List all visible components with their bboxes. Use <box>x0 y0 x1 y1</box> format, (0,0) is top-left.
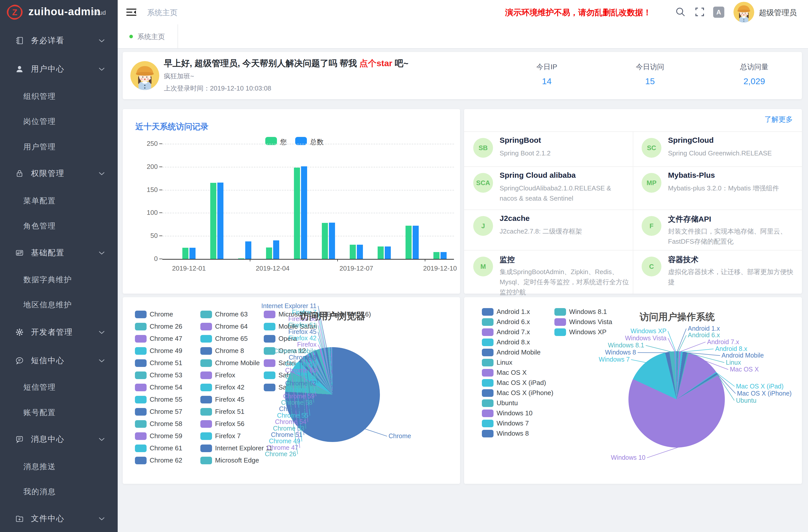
legend-item-Safari 9[interactable] <box>264 384 275 391</box>
sidebar-group-0[interactable]: 务必详看 <box>0 29 118 53</box>
legend-label: Android 8.x <box>497 338 530 346</box>
legend-item-Opera[interactable] <box>264 335 275 343</box>
legend-item-Firefox 42[interactable] <box>200 384 212 391</box>
legend-item-Chrome 59[interactable] <box>135 432 147 440</box>
language-icon[interactable]: A文 <box>713 6 724 18</box>
legend-item-Chrome 55[interactable] <box>135 396 147 403</box>
legend-item-Chrome Mobile[interactable] <box>200 359 212 367</box>
sidebar-group-18[interactable]: 文件中心 <box>0 507 118 531</box>
bar-total-2019-12-03 <box>245 241 251 259</box>
legend-item-Windows XP[interactable] <box>554 328 566 336</box>
legend-item-Chrome 63[interactable] <box>200 311 212 318</box>
sidebar-item-17[interactable]: 我的消息 <box>0 479 118 504</box>
sidebar-item-13[interactable]: 短信管理 <box>0 375 118 399</box>
legend-item-Chrome 64[interactable] <box>200 323 212 330</box>
legend-item-Firefox 51[interactable] <box>200 408 212 416</box>
current-user-name[interactable]: 超级管理员 <box>759 7 797 18</box>
fullscreen-icon[interactable] <box>694 6 705 18</box>
sidebar-item-14[interactable]: 账号配置 <box>0 400 118 425</box>
legend-item-Mac OS X (iPhone)[interactable] <box>482 389 494 397</box>
legend-item-Safari[interactable] <box>264 359 275 367</box>
sidebar-group-15[interactable]: 消息中心 <box>0 427 118 451</box>
sidebar-item-3[interactable]: 岗位管理 <box>0 109 118 134</box>
sidebar-item-7[interactable]: 角色管理 <box>0 214 118 238</box>
stat-0: 今日IP14 <box>509 52 585 99</box>
legend-item-Microsoft Edge[interactable] <box>200 457 212 464</box>
legend-item-Safari 11[interactable] <box>264 371 275 379</box>
sidebar-item-10[interactable]: 地区信息维护 <box>0 293 118 317</box>
legend-item-Chrome 47[interactable] <box>135 335 147 343</box>
legend-item-Chrome 51[interactable] <box>135 359 147 367</box>
pie-label-connector <box>647 447 679 458</box>
x-axis-label: 2019-12-04 <box>245 264 300 272</box>
legend-item-Chrome 61[interactable] <box>135 444 147 452</box>
tab-system-home[interactable]: 系统主页 <box>118 24 178 48</box>
pie-label-connector <box>631 359 646 363</box>
legend-label: Chrome 54 <box>150 383 182 391</box>
bar-total-2019-12-05 <box>301 166 307 259</box>
legend-item-Chrome 26[interactable] <box>135 323 147 330</box>
legend-item-Chrome 8[interactable] <box>200 347 212 355</box>
avatar[interactable] <box>733 2 754 22</box>
sidebar-group-5[interactable]: 权限管理 <box>0 161 118 186</box>
tech-avatar-SB: SB <box>473 138 493 158</box>
legend-item-Windows 8[interactable] <box>482 430 494 437</box>
y-axis-label: 250 <box>137 140 158 147</box>
config-icon <box>15 249 24 257</box>
legend-item-Chrome 65[interactable] <box>200 335 212 343</box>
legend-label: Android 7.x <box>497 328 530 336</box>
bar-you-2019-12-02 <box>210 183 216 259</box>
legend-item-Windows 7[interactable] <box>482 420 494 427</box>
menu-collapse-icon[interactable] <box>126 6 137 18</box>
sidebar-group-8[interactable]: 基础配置 <box>0 241 118 265</box>
legend-item-Windows Vista[interactable] <box>554 318 566 326</box>
legend-item-Mac OS X (iPad)[interactable] <box>482 379 494 387</box>
sidebar-item-label: 地区信息维护 <box>23 300 72 310</box>
legend-item-Android 1.x[interactable] <box>482 308 494 316</box>
sidebar-item-16[interactable]: 消息推送 <box>0 454 118 479</box>
legend-item-Android 8.x[interactable] <box>482 338 494 346</box>
legend-item-Chrome 54[interactable] <box>135 384 147 391</box>
pie-label-connector <box>365 428 387 436</box>
app-logo[interactable]: Z zuihou-admin cloud <box>0 0 118 24</box>
legend-item-Chrome 57[interactable] <box>135 408 147 416</box>
stat-label: 总访问量 <box>716 62 792 72</box>
legend-item-Chrome 49[interactable] <box>135 347 147 355</box>
legend-label: Microsoft Edge <box>215 456 259 464</box>
legend-item-Firefox 7[interactable] <box>200 432 212 440</box>
legend-item-Android 7.x[interactable] <box>482 328 494 336</box>
search-icon[interactable] <box>675 6 686 18</box>
sidebar-group-label: 消息中心 <box>31 434 65 444</box>
tech-avatar-M: M <box>473 257 493 276</box>
legend-item-Windows 10[interactable] <box>482 409 494 417</box>
legend-item-Chrome 62[interactable] <box>135 457 147 464</box>
sidebar-item-6[interactable]: 菜单配置 <box>0 189 118 213</box>
legend-item-Android 6.x[interactable] <box>482 318 494 326</box>
pie-slice-label: Linux <box>726 359 741 366</box>
chevron-down-icon <box>98 171 105 176</box>
legend-item-Ubuntu[interactable] <box>482 399 494 407</box>
sidebar-item-2[interactable]: 组织管理 <box>0 84 118 109</box>
legend-item-Android Mobile[interactable] <box>482 349 494 356</box>
sidebar-item-9[interactable]: 数据字典维护 <box>0 268 118 292</box>
legend-item-Mobile Safari[interactable] <box>264 323 275 330</box>
legend-item-Firefox[interactable] <box>200 371 212 379</box>
sidebar-group-1[interactable]: 用户中心 <box>0 57 118 81</box>
sidebar-item-4[interactable]: 用户管理 <box>0 135 118 159</box>
legend-item-Mac OS X[interactable] <box>482 369 494 377</box>
sidebar-group-12[interactable]: 短信中心 <box>0 348 118 373</box>
legend-item-Chrome 58[interactable] <box>135 420 147 428</box>
chevron-down-icon <box>98 39 105 42</box>
legend-item-Chrome 53[interactable] <box>135 371 147 379</box>
legend-label: Firefox <box>215 371 235 379</box>
legend-item-Chrome[interactable] <box>135 311 147 318</box>
legend-item-Firefox 56[interactable] <box>200 420 212 428</box>
sidebar-group-11[interactable]: 开发者管理 <box>0 320 118 344</box>
legend-label: Chrome 65 <box>215 335 248 343</box>
legend-item-Linux[interactable] <box>482 359 494 366</box>
breadcrumb[interactable]: 系统主页 <box>147 7 178 18</box>
legend-item-Microsoft Edge (EdgeHTML 16)[interactable] <box>264 311 275 318</box>
legend-item-Windows 8.1[interactable] <box>554 308 566 316</box>
legend-item-Internet Explorer 11[interactable] <box>200 444 212 452</box>
legend-item-Firefox 45[interactable] <box>200 396 212 403</box>
